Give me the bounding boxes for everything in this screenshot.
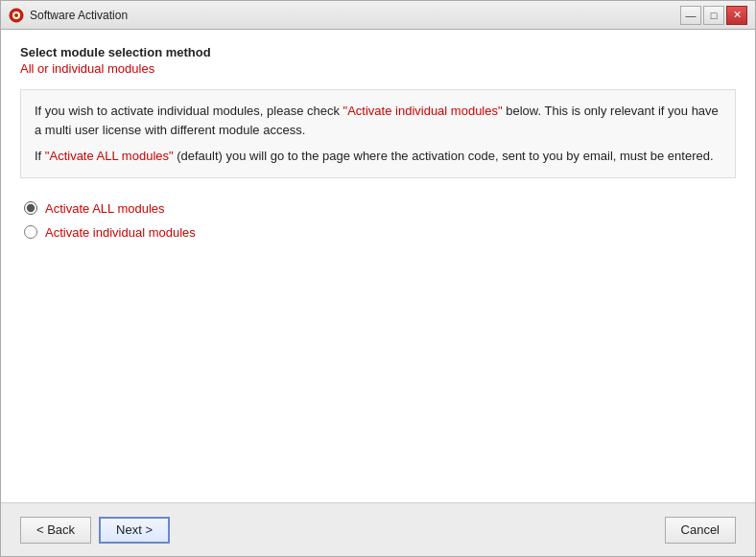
footer-right: Cancel [665,517,736,544]
main-window: Software Activation — □ ✕ Select module … [0,0,756,557]
info-p1-before: If you wish to activate individual modul… [35,104,343,118]
radio-activate-all-input[interactable] [24,201,37,215]
footer-left: < Back Next > [20,517,170,544]
window-controls: — □ ✕ [680,6,747,25]
minimize-button[interactable]: — [680,6,701,25]
radio-activate-individual-label: Activate individual modules [45,225,196,240]
radio-activate-all-label: Activate ALL modules [45,201,165,216]
window-title: Software Activation [30,9,680,22]
info-p2-after: (default) you will go to the page where … [174,149,714,163]
next-button[interactable]: Next > [99,517,170,544]
info-p1-highlight: "Activate individual modules" [343,104,503,118]
maximize-button[interactable]: □ [703,6,724,25]
radio-activate-individual[interactable]: Activate individual modules [24,225,736,240]
content-area: Select module selection method All or in… [1,30,755,502]
title-bar: Software Activation — □ ✕ [1,1,755,30]
info-paragraph-2: If "Activate ALL modules" (default) you … [35,147,721,166]
info-p2-before: If [35,149,45,163]
section-title: Select module selection method [20,45,736,59]
close-button[interactable]: ✕ [726,6,747,25]
info-p2-highlight: "Activate ALL modules" [45,149,174,163]
back-button[interactable]: < Back [20,517,91,544]
section-subtitle: All or individual modules [20,61,736,76]
app-icon [9,8,24,23]
radio-activate-all[interactable]: Activate ALL modules [24,201,736,216]
cancel-button[interactable]: Cancel [665,517,736,544]
radio-activate-individual-input[interactable] [24,225,37,239]
svg-point-2 [14,13,18,17]
footer: < Back Next > Cancel [1,502,755,556]
info-box: If you wish to activate individual modul… [20,89,736,178]
info-paragraph-1: If you wish to activate individual modul… [35,102,721,139]
radio-group: Activate ALL modules Activate individual… [20,201,736,240]
